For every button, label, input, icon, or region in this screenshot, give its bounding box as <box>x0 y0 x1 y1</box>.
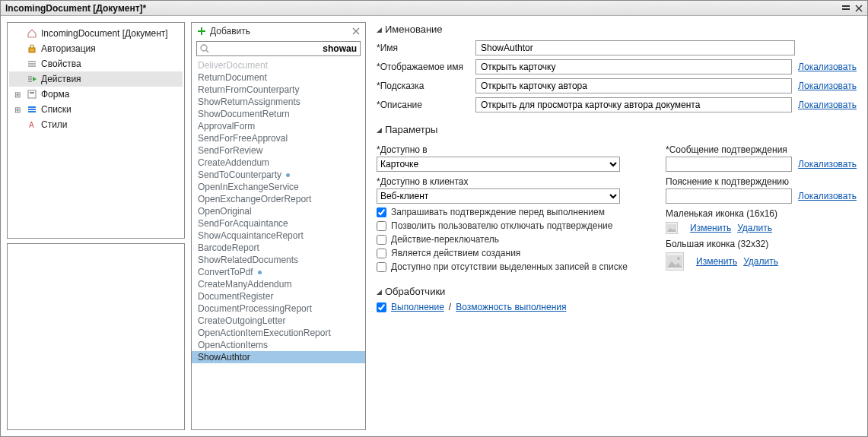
section-handlers-header[interactable]: ◢ Обработчики <box>377 286 857 297</box>
delete-big-icon-link[interactable]: Удалить <box>743 256 778 267</box>
chk-no-selection[interactable] <box>377 262 386 272</box>
tree-item-props[interactable]: Свойства <box>9 56 183 71</box>
collapse-icon: ◢ <box>377 288 382 296</box>
tree-item-form[interactable]: ⊞ Форма <box>9 87 183 102</box>
display-name-label: *Отображаемое имя <box>377 62 475 72</box>
desc-label: *Описание <box>377 100 475 110</box>
tree-item-auth[interactable]: Авторизация <box>9 41 183 56</box>
action-item[interactable]: CreateManyAddendum <box>192 278 365 290</box>
action-item[interactable]: ShowRelatedDocuments <box>192 254 365 266</box>
confirm-expl-label: Пояснение к подтверждению <box>666 176 857 187</box>
add-button[interactable]: Добавить <box>196 26 250 36</box>
action-item[interactable]: ShowAcquaintanceReport <box>192 230 365 242</box>
action-item[interactable]: OpenActionItemExecutionReport <box>192 327 365 339</box>
small-icon-preview <box>666 222 678 234</box>
desc-field[interactable] <box>475 97 792 112</box>
action-item[interactable]: ShowAuthtor <box>192 351 365 363</box>
handler-can-execute-link[interactable]: Возможность выполнения <box>456 302 566 312</box>
section-params-header[interactable]: ◢ Параметры <box>377 124 857 135</box>
tree-item-root[interactable]: IncomingDocument [Документ] <box>9 26 183 41</box>
form-icon <box>26 88 38 100</box>
name-label: *Имя <box>377 43 475 53</box>
action-item[interactable]: DocumentRegister <box>192 290 365 302</box>
change-big-icon-link[interactable]: Изменить <box>696 256 737 267</box>
section-naming-header[interactable]: ◢ Именование <box>377 24 857 35</box>
tree-item-lists[interactable]: ⊞ Списки <box>9 102 183 117</box>
svg-text:A: A <box>29 121 34 129</box>
handler-execute-link[interactable]: Выполнение <box>391 302 444 312</box>
chk-toggle[interactable] <box>377 235 386 245</box>
action-item[interactable]: OpenOriginal <box>192 205 365 217</box>
action-item[interactable]: DocumentProcessingReport <box>192 302 365 315</box>
display-name-field[interactable] <box>475 59 792 74</box>
action-item[interactable]: OpenExchangeOrderReport <box>192 193 365 205</box>
tree-item-styles[interactable]: A Стили <box>9 117 183 132</box>
action-item[interactable]: SendForFreeApproval <box>192 132 365 144</box>
name-field[interactable] <box>475 40 795 55</box>
close-icon[interactable] <box>855 5 863 12</box>
avail-clients-select[interactable]: Веб-клиент <box>377 188 620 204</box>
svg-point-25 <box>677 257 680 260</box>
localize-link[interactable]: Локализовать <box>798 159 857 169</box>
hint-field[interactable] <box>475 78 792 93</box>
action-item[interactable]: CreateAddendum <box>192 157 365 169</box>
action-item[interactable]: BarcodeReport <box>192 242 365 254</box>
action-item[interactable]: DeliverDocument <box>192 59 365 71</box>
left-blank-panel <box>7 243 185 430</box>
add-label: Добавить <box>210 26 250 36</box>
avail-in-select[interactable]: Карточке <box>377 157 620 172</box>
big-icon-preview <box>666 252 684 271</box>
home-icon <box>26 27 38 40</box>
avail-clients-label: *Доступно в клиентах <box>377 176 635 187</box>
action-item[interactable]: ConvertToPdf <box>192 266 365 278</box>
localize-link[interactable]: Локализовать <box>798 62 857 72</box>
action-item[interactable]: ReturnFromCounterparty <box>192 84 365 96</box>
expand-toggle[interactable]: ⊞ <box>12 90 23 99</box>
action-icon <box>26 73 38 85</box>
confirm-msg-field[interactable] <box>666 157 792 172</box>
delete-small-icon-link[interactable]: Удалить <box>737 223 772 233</box>
action-item[interactable]: CreateOutgoingLetter <box>192 315 365 327</box>
svg-line-22 <box>206 50 208 52</box>
action-item[interactable]: ShowReturnAssignments <box>192 96 365 108</box>
action-item[interactable]: ApprovalForm <box>192 120 365 132</box>
action-item[interactable]: ShowDocumentReturn <box>192 108 365 120</box>
delete-icon[interactable] <box>351 27 361 36</box>
chk-allow-disable[interactable] <box>377 221 386 231</box>
hint-label: *Подсказка <box>377 81 475 91</box>
localize-link[interactable]: Локализовать <box>798 100 857 110</box>
confirm-expl-field[interactable] <box>666 188 792 204</box>
pin-icon[interactable] <box>841 5 851 12</box>
chk-execute[interactable] <box>377 302 386 312</box>
svg-rect-1 <box>842 8 850 10</box>
search-box <box>196 41 361 56</box>
expand-toggle[interactable]: ⊞ <box>12 106 23 114</box>
action-item[interactable]: OpenActionItems <box>192 339 365 351</box>
localize-link[interactable]: Локализовать <box>798 191 857 201</box>
change-small-icon-link[interactable]: Изменить <box>690 223 731 233</box>
svg-rect-11 <box>28 90 36 98</box>
svg-point-21 <box>201 45 207 51</box>
action-item[interactable]: ReturnDocument <box>192 71 365 84</box>
plus-icon <box>196 26 207 36</box>
collapse-icon: ◢ <box>377 26 382 33</box>
action-list[interactable]: DeliverDocumentReturnDocumentReturnFromC… <box>192 59 365 429</box>
tree-item-actions[interactable]: Действия <box>9 71 183 87</box>
action-item[interactable]: SendForReview <box>192 144 365 157</box>
action-item[interactable]: OpenInExchangeService <box>192 181 365 193</box>
list-blue-icon <box>26 103 38 116</box>
modified-dot-icon <box>258 271 262 274</box>
window-title: IncomingDocument [Документ]* <box>5 3 841 14</box>
svg-rect-0 <box>842 5 850 7</box>
small-icon-label: Маленькая иконка (16x16) <box>666 208 857 219</box>
chk-create[interactable] <box>377 249 386 258</box>
style-icon: A <box>26 119 38 131</box>
localize-link[interactable]: Локализовать <box>798 81 857 91</box>
action-item[interactable]: SendForAcquaintance <box>192 217 365 230</box>
nav-tree: IncomingDocument [Документ] Авторизация … <box>7 22 185 239</box>
collapse-icon: ◢ <box>377 126 382 134</box>
chk-confirm[interactable] <box>377 207 386 217</box>
action-item[interactable]: SendToCounterparty <box>192 169 365 181</box>
lock-icon <box>26 43 38 55</box>
search-input[interactable] <box>212 42 360 55</box>
